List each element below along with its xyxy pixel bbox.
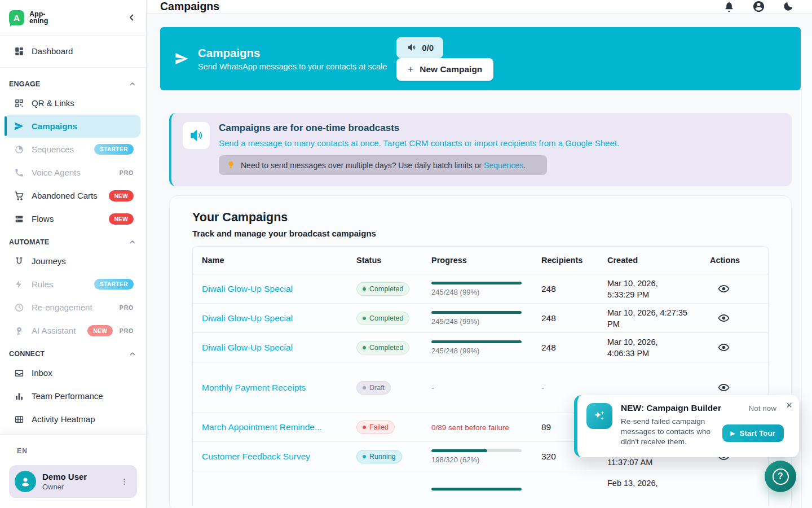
progress-cell: 198/320 (62%)	[431, 449, 522, 464]
status-badge: Running	[356, 450, 402, 463]
table-header-row: Name Status Progress Recipients Created …	[193, 247, 768, 274]
created-cell: Mar 10, 2026,5:33:29 PM	[607, 278, 710, 300]
sidebar-item-label: Flows	[32, 214, 103, 224]
campaign-row: Diwali Glow-Up Special Completed 245/248…	[193, 274, 768, 304]
sidebar-item-sequences[interactable]: Sequences STARTER	[0, 138, 146, 161]
table-title: Your Campaigns	[192, 211, 769, 225]
toast-body: Re-send failed campaign messages to cont…	[621, 417, 722, 447]
scrollbar-gutter[interactable]	[801, 36, 812, 508]
user-menu-button[interactable]	[117, 478, 131, 486]
created-cell: Mar 10, 2026,4:06:33 PM	[607, 336, 710, 359]
lightning-icon	[14, 279, 24, 290]
info-subtitle: Send a message to many contacts at once.…	[219, 138, 619, 148]
view-campaign-button[interactable]	[710, 341, 730, 353]
sidebar-item-rules[interactable]: Rules STARTER	[0, 273, 146, 296]
phone-icon	[14, 167, 24, 178]
column-header-actions: Actions	[710, 256, 768, 265]
account-button[interactable]	[752, 0, 765, 13]
sidebar-section-automate[interactable]: AUTOMATE	[0, 230, 146, 249]
column-header-progress: Progress	[431, 256, 541, 265]
progress-cell: 245/248 (99%)	[431, 282, 522, 296]
banner-subtitle: Send WhatsApp messages to your contacts …	[198, 62, 387, 71]
send-icon	[14, 121, 24, 132]
sidebar-item-ai-assistant[interactable]: AI Assistant NEW PRO	[0, 319, 146, 342]
megaphone-icon	[406, 42, 417, 53]
lightbulb-icon	[226, 160, 236, 170]
campaign-name-link[interactable]: Diwali Glow-Up Special	[202, 343, 293, 352]
sidebar-item-label: Campaigns	[32, 121, 135, 131]
user-card[interactable]: Demo User Owner	[9, 465, 137, 498]
column-header-status: Status	[356, 256, 431, 265]
sidebar-section-connect[interactable]: CONNECT	[0, 342, 146, 361]
created-cell: Feb 13, 2026,	[607, 478, 710, 500]
sidebar-item-activity-heatmap[interactable]: Activity Heatmap	[0, 408, 146, 431]
tip-box: Need to send messages over multiple days…	[219, 155, 547, 175]
progress-cell: 245/248 (99%)	[431, 311, 522, 326]
not-now-button[interactable]: Not now	[748, 404, 776, 413]
sidebar-item-team-performance[interactable]: Team Performance	[0, 384, 146, 408]
new-campaign-button[interactable]: + New Campaign	[396, 58, 493, 81]
close-icon[interactable]: ×	[786, 400, 792, 411]
view-campaign-button[interactable]	[710, 283, 730, 295]
campaign-name-link[interactable]: March Appointment Reminde...	[202, 422, 322, 432]
sidebar-item-dashboard[interactable]: Dashboard	[0, 40, 146, 63]
status-dot	[363, 426, 366, 429]
recipients-cell: -	[541, 383, 607, 392]
app-logo-text: App- ening	[29, 11, 48, 25]
campaign-counter-pill: 0/0	[396, 37, 443, 58]
sidebar-item-abandoned-carts[interactable]: Abandoned Carts NEW	[0, 184, 146, 207]
sidebar-item-label: Rules	[32, 279, 89, 289]
megaphone-icon	[183, 122, 210, 149]
tip-text: Need to send messages over multiple days…	[241, 161, 526, 170]
account-circle-icon	[752, 0, 765, 13]
sequences-link[interactable]: Sequences	[484, 161, 523, 170]
language-selector[interactable]: EN	[17, 447, 28, 455]
column-header-recipients: Recipients	[541, 256, 607, 265]
flows-icon	[14, 213, 24, 224]
recipients-cell: 248	[541, 343, 607, 353]
ai-assistant-icon	[14, 325, 24, 336]
campaign-name-link[interactable]: Diwali Glow-Up Special	[202, 284, 293, 294]
eye-icon	[718, 312, 730, 324]
sidebar-item-label: Abandoned Carts	[32, 191, 103, 200]
chevron-up-icon	[129, 239, 136, 246]
status-dot	[363, 455, 366, 458]
sidebar-item-label: Activity Heatmap	[32, 414, 134, 424]
help-button[interactable]: ?	[765, 461, 796, 492]
starter-badge: STARTER	[94, 279, 134, 290]
sidebar-header: A App- ening	[0, 0, 146, 36]
section-label: CONNECT	[9, 350, 129, 358]
notifications-button[interactable]	[723, 1, 735, 13]
sidebar: A App- ening Dashboard ENGAGE	[0, 0, 147, 508]
sidebar-item-flows[interactable]: Flows NEW	[0, 207, 146, 230]
topbar: Campaigns	[147, 0, 812, 14]
sidebar-item-campaigns[interactable]: Campaigns	[5, 115, 140, 138]
view-campaign-button[interactable]	[710, 382, 730, 393]
pro-tag: PRO	[120, 304, 134, 311]
campaign-name-link[interactable]: Monthly Payment Receipts	[202, 383, 306, 392]
sidebar-item-qr-links[interactable]: QR & Links	[0, 91, 146, 115]
start-tour-button[interactable]: ▶ Start Tour	[722, 424, 784, 442]
status-badge: Completed	[356, 312, 409, 325]
view-campaign-button[interactable]	[710, 312, 730, 324]
divider	[0, 67, 146, 68]
status-badge: Failed	[356, 421, 395, 434]
dark-mode-toggle[interactable]	[782, 1, 794, 12]
cart-icon	[14, 190, 24, 201]
section-label: AUTOMATE	[9, 238, 129, 246]
campaign-name-link[interactable]: Customer Feedback Survey	[202, 452, 310, 461]
moon-icon	[782, 1, 794, 12]
bell-icon	[723, 1, 735, 13]
campaign-name-link[interactable]: Diwali Glow-Up Special	[202, 313, 293, 323]
progress-cell: 0/89 sent before failure	[431, 423, 541, 432]
sidebar-item-re-engagement[interactable]: Re-engagement PRO	[0, 296, 146, 319]
start-tour-label: Start Tour	[740, 429, 776, 437]
sidebar-item-journeys[interactable]: Journeys	[0, 249, 146, 273]
progress-cell: -	[431, 383, 541, 392]
sidebar-section-engage[interactable]: ENGAGE	[0, 72, 146, 91]
sidebar-item-inbox[interactable]: Inbox	[0, 361, 146, 384]
sparkles-icon	[586, 403, 612, 429]
column-header-created: Created	[607, 256, 710, 265]
sidebar-item-voice-agents[interactable]: Voice Agents PRO	[0, 161, 146, 184]
sidebar-collapse-button[interactable]	[127, 12, 137, 23]
